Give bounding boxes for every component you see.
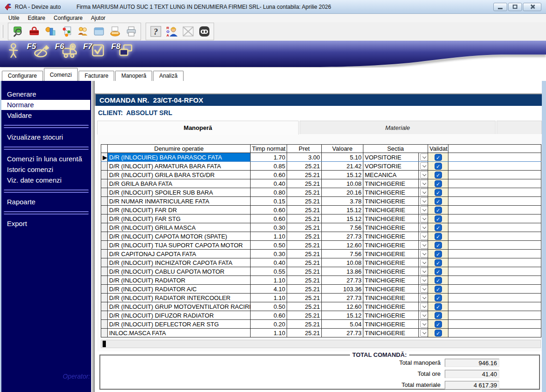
pret-cell[interactable]: 25.21 xyxy=(287,162,322,171)
valoare-cell[interactable]: 12.60 xyxy=(322,241,363,250)
timp-normat-cell[interactable]: 0.40 xyxy=(251,179,287,188)
valoare-cell[interactable]: 15.12 xyxy=(322,214,363,223)
timp-normat-cell[interactable]: 0.30 xyxy=(251,223,287,232)
table-row[interactable]: D/R (INLOCUIT) ARMATURA BARA FATA0.8525.… xyxy=(101,162,541,171)
sectia-dropdown-button[interactable] xyxy=(420,180,428,187)
operation-name-cell[interactable]: D/R (INLOCUIT) CABLU CAPOTA MOTOR xyxy=(108,267,251,276)
pret-cell[interactable]: 25.21 xyxy=(287,267,322,276)
timp-normat-cell[interactable]: 0.60 xyxy=(251,206,287,214)
operation-name-cell[interactable]: D/R (INLOCUIT) RADIATOR A/C xyxy=(108,285,251,294)
valoare-cell[interactable]: 12.60 xyxy=(322,302,363,311)
menu-item-utile[interactable]: Utile xyxy=(4,15,24,21)
table-row[interactable]: D/R (INLOCUIT) RADIATOR INTERCOOLER1.102… xyxy=(101,294,541,302)
pret-cell[interactable]: 25.21 xyxy=(287,258,322,267)
valoare-cell[interactable]: 20.16 xyxy=(322,188,363,197)
timp-normat-cell[interactable]: 0.20 xyxy=(251,320,287,329)
menu-item-ajutor[interactable]: Ajutor xyxy=(87,15,110,21)
close-button[interactable] xyxy=(523,3,541,11)
timp-normat-cell[interactable]: 0.60 xyxy=(251,214,287,223)
sectia-dropdown-button[interactable] xyxy=(420,241,428,249)
timp-normat-cell[interactable]: 0.15 xyxy=(251,197,287,206)
sidebar-item-istoric-comenzi[interactable]: Istoric comenzi xyxy=(1,165,91,175)
table-row[interactable]: D/R (INLOCUIT) CABLU CAPOTA MOTOR0.5525.… xyxy=(101,267,541,276)
sectia-dropdown-button[interactable] xyxy=(420,320,428,328)
sectia-dropdown-button[interactable] xyxy=(420,215,428,222)
f8-button[interactable]: F8 xyxy=(111,42,135,60)
menu-item-editare[interactable]: Editare xyxy=(24,15,49,21)
maximize-button[interactable] xyxy=(508,3,522,11)
table-row[interactable]: D/R (INLOCUIT) INCHIZATOR CAPOTA FATA0.4… xyxy=(101,258,541,267)
validat-checkbox[interactable]: ✓ xyxy=(435,277,442,284)
timp-normat-cell[interactable]: 0.55 xyxy=(251,267,287,276)
grid-horizontal-scrollbar[interactable] xyxy=(101,340,541,348)
timp-normat-cell[interactable]: 0.40 xyxy=(251,258,287,267)
sectia-cell[interactable]: TINICHIGERIE xyxy=(363,197,419,206)
detail-tab-manopera[interactable]: Manoperă xyxy=(97,121,299,135)
sidebar-item-comenzi-in-luna-curenta[interactable]: Comenzi în luna curentă xyxy=(1,154,91,164)
table-row[interactable]: D/R (INLOCUIT) TIJA SUPORT CAPOTA MOTOR0… xyxy=(101,241,541,250)
valoare-cell[interactable]: 103.36 xyxy=(322,285,363,294)
table-row[interactable]: D/R CAPITONAJ CAPOTA FATA0.3025.217.56TI… xyxy=(101,250,541,258)
sectia-dropdown-button[interactable] xyxy=(420,268,428,275)
f5-button[interactable]: F5 xyxy=(27,42,50,60)
sidebar-item-generare[interactable]: Generare xyxy=(1,89,91,99)
operation-name-cell[interactable]: D/R CAPITONAJ CAPOTA FATA xyxy=(108,250,251,258)
operation-name-cell[interactable]: D/R (INLOCUIT) INCHIZATOR CAPOTA FATA xyxy=(108,258,251,267)
valoare-cell[interactable]: 7.56 xyxy=(322,250,363,258)
valoare-cell[interactable]: 3.78 xyxy=(322,197,363,206)
tab-configurare[interactable]: Configurare xyxy=(2,71,43,81)
sectia-dropdown-button[interactable] xyxy=(420,303,428,310)
sectia-cell[interactable]: TINICHIGERIE xyxy=(363,329,419,337)
print-queue-icon[interactable] xyxy=(107,24,123,39)
timp-normat-cell[interactable]: 1.10 xyxy=(251,232,287,241)
sectia-cell[interactable]: TINICHIGERIE xyxy=(363,223,419,232)
sectia-cell[interactable]: VOPSITORIE xyxy=(363,162,419,171)
operation-name-cell[interactable]: D/R (INLOCUIT) GRUP MOTOVENTILATOR RACIR… xyxy=(108,302,251,311)
pret-cell[interactable]: 25.21 xyxy=(287,311,322,320)
timp-normat-cell[interactable]: 1.10 xyxy=(251,276,287,285)
sectia-cell[interactable]: TINICHIGERIE xyxy=(363,267,419,276)
operation-name-cell[interactable]: D/R (INLOCUIT) DEFLECTOR AER STG xyxy=(108,320,251,329)
validat-checkbox[interactable]: ✓ xyxy=(435,321,442,328)
operation-name-cell[interactable]: D/R (INLOCUIT) ARMATURA BARA FATA xyxy=(108,162,251,171)
operation-name-cell[interactable]: INLOC.MASCA FATA xyxy=(108,329,251,337)
sectia-cell[interactable]: TINICHIGERIE xyxy=(363,241,419,250)
sidebar-item-validare[interactable]: Validare xyxy=(1,110,91,121)
valoare-cell[interactable]: 13.86 xyxy=(322,267,363,276)
table-row[interactable]: D/R (INLOCUIT) DEFLECTOR AER STG0.2025.2… xyxy=(101,320,541,329)
validat-checkbox[interactable]: ✓ xyxy=(435,259,442,266)
pret-cell[interactable]: 25.21 xyxy=(287,241,322,250)
scrollbar-thumb[interactable] xyxy=(103,341,106,347)
valoare-cell[interactable]: 15.12 xyxy=(322,311,363,320)
f6-button[interactable]: F6 xyxy=(55,42,79,60)
sectia-dropdown-button[interactable] xyxy=(420,312,428,319)
sectia-cell[interactable]: TINICHIGERIE xyxy=(363,258,419,267)
pret-cell[interactable]: 25.21 xyxy=(287,320,322,329)
pret-cell[interactable]: 25.21 xyxy=(287,179,322,188)
pret-cell[interactable]: 25.21 xyxy=(287,250,322,258)
valoare-cell[interactable]: 15.12 xyxy=(322,206,363,214)
pret-cell[interactable]: 25.21 xyxy=(287,302,322,311)
sectia-cell[interactable]: MECANICA xyxy=(363,171,419,179)
table-row[interactable]: D/R (INLOCUIT) FAR DR0.6025.2115.12TINIC… xyxy=(101,206,541,214)
operation-name-cell[interactable]: D/R (INLOCUIT) SPOILER SUB BARA xyxy=(108,188,251,197)
sectia-cell[interactable]: TINICHIGERIE xyxy=(363,302,419,311)
timp-normat-cell[interactable]: 0.50 xyxy=(251,241,287,250)
table-row[interactable]: D/R (INLOCUIT) DIFUZOR RADIATOR0.6025.21… xyxy=(101,311,541,320)
operation-name-cell[interactable]: D/R (INLOCUIT) TIJA SUPORT CAPOTA MOTOR xyxy=(108,241,251,250)
sidebar-item-normare[interactable]: Normare xyxy=(1,100,90,110)
pret-cell[interactable]: 25.21 xyxy=(287,171,322,179)
sectia-cell[interactable]: TINICHIGERIE xyxy=(363,320,419,329)
validat-checkbox[interactable]: ✓ xyxy=(435,207,442,214)
validat-checkbox[interactable]: ✓ xyxy=(435,330,442,337)
timp-normat-cell[interactable]: 0.85 xyxy=(251,162,287,171)
pret-cell[interactable]: 25.21 xyxy=(287,276,322,285)
tab-facturare[interactable]: Facturare xyxy=(79,71,114,81)
table-row[interactable]: D/R (INLOCUIT) GRUP MOTOVENTILATOR RACIR… xyxy=(101,302,541,311)
table-row[interactable]: D/R (INLOCUIT) RADIATOR1.1025.2127.73TIN… xyxy=(101,276,541,285)
operation-name-cell[interactable]: D/R (INLOCUIT) CAPOTA MOTOR (SPATE) xyxy=(108,232,251,241)
window-icon[interactable] xyxy=(91,24,107,39)
sectia-dropdown-button[interactable] xyxy=(420,294,428,301)
sectia-cell[interactable]: TINICHIGERIE xyxy=(363,214,419,223)
sectia-dropdown-button[interactable] xyxy=(420,189,428,196)
